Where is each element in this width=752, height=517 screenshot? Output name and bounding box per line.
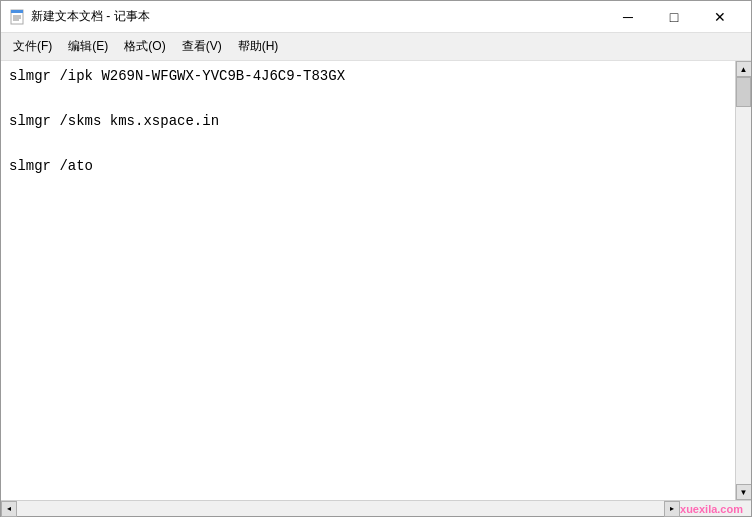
minimize-button[interactable]: ─: [605, 1, 651, 33]
menu-format[interactable]: 格式(O): [116, 34, 173, 59]
window-title: 新建文本文档 - 记事本: [31, 8, 605, 25]
text-editor[interactable]: [1, 61, 735, 500]
title-bar: 新建文本文档 - 记事本 ─ □ ✕: [1, 1, 751, 33]
scroll-track: [736, 77, 751, 484]
menu-bar: 文件(F) 编辑(E) 格式(O) 查看(V) 帮助(H): [1, 33, 751, 61]
window-controls: ─ □ ✕: [605, 1, 743, 33]
menu-view[interactable]: 查看(V): [174, 34, 230, 59]
app-icon: [9, 9, 25, 25]
scroll-right-button[interactable]: ▸: [664, 501, 680, 517]
maximize-button[interactable]: □: [651, 1, 697, 33]
scroll-thumb[interactable]: [736, 77, 751, 107]
scroll-down-button[interactable]: ▼: [736, 484, 752, 500]
close-button[interactable]: ✕: [697, 1, 743, 33]
notepad-window: 新建文本文档 - 记事本 ─ □ ✕ 文件(F) 编辑(E) 格式(O) 查看(…: [0, 0, 752, 517]
content-area: ▲ ▼: [1, 61, 751, 500]
menu-help[interactable]: 帮助(H): [230, 34, 287, 59]
scroll-up-button[interactable]: ▲: [736, 61, 752, 77]
vertical-scrollbar: ▲ ▼: [735, 61, 751, 500]
horizontal-scrollbar: ◂ ▸ xuexila.com: [1, 500, 751, 516]
menu-edit[interactable]: 编辑(E): [60, 34, 116, 59]
scroll-h-track: [17, 501, 664, 516]
svg-rect-1: [11, 10, 23, 13]
scroll-left-button[interactable]: ◂: [1, 501, 17, 517]
menu-file[interactable]: 文件(F): [5, 34, 60, 59]
watermark: xuexila.com: [680, 503, 751, 515]
